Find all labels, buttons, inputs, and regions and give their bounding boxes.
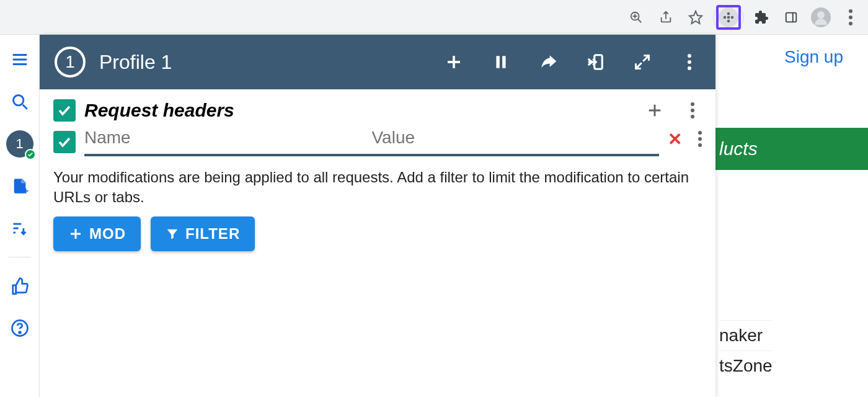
star-icon[interactable] (683, 5, 708, 30)
header-value-input[interactable] (372, 128, 660, 148)
svg-point-6 (727, 16, 730, 19)
add-mod-button[interactable]: MOD (53, 216, 141, 251)
delete-row-icon[interactable]: ✕ (668, 129, 682, 149)
extensions-puzzle-icon[interactable] (749, 5, 774, 30)
section-menu-icon[interactable] (683, 102, 702, 118)
import-icon[interactable] (584, 51, 606, 73)
svg-rect-26 (496, 56, 499, 68)
add-filter-button[interactable]: FILTER (151, 216, 255, 251)
background-list-item[interactable]: naker (719, 320, 773, 350)
add-filter-label: FILTER (185, 225, 240, 243)
signup-link[interactable]: Sign up (784, 47, 843, 67)
add-mod-label: MOD (89, 225, 126, 243)
svg-rect-11 (786, 12, 797, 22)
svg-point-9 (727, 12, 730, 15)
add-header-icon[interactable] (646, 102, 665, 119)
svg-point-7 (724, 16, 727, 19)
add-file-icon[interactable]: + (6, 172, 33, 200)
sort-icon[interactable] (6, 215, 33, 242)
add-icon[interactable] (443, 51, 465, 73)
pause-icon[interactable] (490, 51, 512, 73)
svg-line-17 (22, 105, 27, 109)
sidepanel-icon[interactable] (779, 5, 804, 30)
status-ok-icon (25, 149, 36, 160)
svg-marker-5 (689, 11, 702, 24)
profile-indicator-number: 1 (16, 136, 23, 152)
search-icon[interactable] (6, 88, 33, 115)
browser-toolbar (0, 0, 868, 35)
svg-point-23 (19, 332, 20, 334)
extension-pill (713, 5, 744, 30)
panel-menu-icon[interactable] (678, 51, 701, 73)
thumbs-up-icon[interactable] (6, 272, 33, 300)
svg-rect-27 (502, 56, 505, 68)
profile-indicator[interactable]: 1 (6, 130, 33, 158)
hamburger-menu-icon[interactable] (6, 46, 33, 73)
extension-modheader-icon[interactable] (716, 5, 741, 30)
background-list-item[interactable]: tsZone (719, 350, 773, 381)
share-icon[interactable] (653, 5, 678, 30)
info-text: Your modifications are being applied to … (40, 156, 715, 216)
background-list: naker tsZone (719, 320, 773, 381)
profile-avatar[interactable] (808, 5, 833, 30)
svg-point-10 (727, 19, 730, 22)
section-title: Request headers (84, 100, 637, 121)
row-menu-icon[interactable] (698, 131, 702, 147)
row-checkbox[interactable] (53, 131, 76, 153)
profile-title[interactable]: Profile 1 (99, 51, 429, 74)
help-icon[interactable] (6, 314, 33, 342)
browser-menu-icon[interactable] (838, 5, 863, 30)
left-rail: 1 + (0, 35, 40, 397)
rail-separator (8, 257, 32, 257)
extension-panel: 1 Profile 1 (40, 35, 715, 397)
header-row: ✕ (40, 122, 715, 156)
header-name-input[interactable] (84, 128, 372, 148)
panel-header: 1 Profile 1 (40, 35, 715, 89)
svg-text:+: + (22, 185, 28, 195)
section-checkbox[interactable] (53, 99, 76, 122)
svg-point-16 (13, 96, 23, 105)
svg-point-8 (731, 16, 734, 19)
expand-icon[interactable] (631, 51, 653, 73)
profile-number-badge: 1 (55, 47, 86, 78)
zoom-icon[interactable] (624, 5, 649, 30)
svg-line-1 (638, 19, 642, 22)
share-arrow-icon[interactable] (537, 51, 559, 73)
